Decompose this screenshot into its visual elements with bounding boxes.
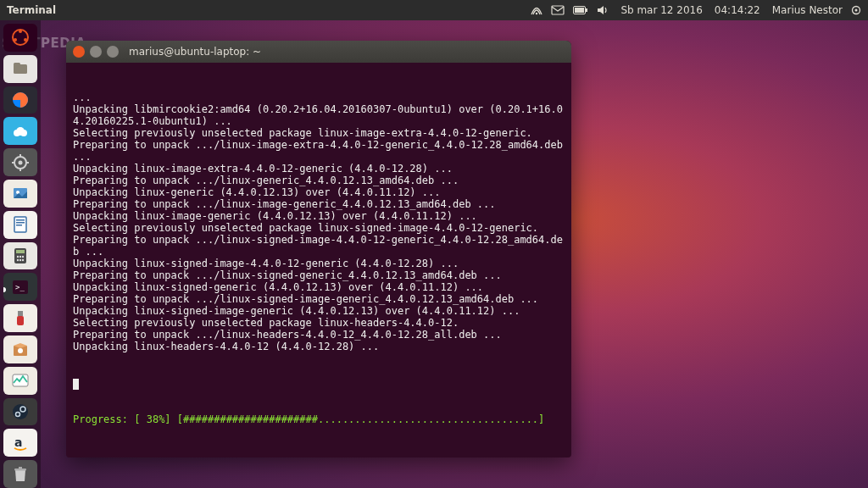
svg-text:a: a: [14, 435, 22, 449]
terminal-line: Unpacking linux-signed-image-generic (4.…: [73, 305, 565, 317]
svg-point-29: [22, 256, 24, 258]
usb-creator-icon[interactable]: [3, 304, 37, 332]
clock-time[interactable]: 04:14:22: [715, 4, 760, 16]
terminal-output[interactable]: ...Unpacking libmircookie2:amd64 (0.20.2…: [66, 63, 571, 458]
unity-launcher: >_ a: [0, 20, 41, 488]
mail-indicator[interactable]: [551, 5, 565, 15]
svg-rect-26: [16, 250, 25, 253]
svg-text:>_: >_: [15, 283, 25, 291]
terminal-line: Preparing to unpack .../linux-image-gene…: [73, 198, 565, 210]
photos-icon[interactable]: [3, 180, 37, 208]
calc-icon[interactable]: [3, 242, 37, 270]
terminal-window[interactable]: marius@ubuntu-laptop: ~ ...Unpacking lib…: [66, 41, 571, 458]
terminal-titlebar[interactable]: marius@ubuntu-laptop: ~: [66, 41, 571, 63]
svg-point-20: [16, 191, 19, 194]
terminal-line: Preparing to unpack .../linux-image-extr…: [73, 139, 565, 163]
top-menu-bar: Terminal Sb mar 12 2016 04:14:22 Marius …: [0, 0, 868, 20]
svg-rect-35: [18, 311, 23, 316]
svg-point-0: [536, 13, 537, 14]
clock-date[interactable]: Sb mar 12 2016: [620, 4, 702, 16]
svg-point-27: [17, 256, 19, 258]
dash-icon[interactable]: [3, 24, 37, 52]
terminal-line: Selecting previously unselected package …: [73, 317, 565, 329]
terminal-line: Unpacking libmircookie2:amd64 (0.20.2+16…: [73, 103, 565, 127]
svg-rect-45: [19, 467, 22, 469]
terminal-line: Preparing to unpack .../linux-signed-ima…: [73, 234, 565, 258]
svg-point-38: [18, 348, 23, 353]
terminal-line: Unpacking linux-signed-generic (4.4.0.12…: [73, 281, 565, 293]
svg-point-8: [19, 30, 22, 33]
window-minimize-button[interactable]: [90, 46, 102, 58]
terminal-line: Preparing to unpack .../linux-generic_4.…: [73, 175, 565, 186]
svg-rect-12: [14, 63, 20, 66]
terminal-line: Selecting previously unselected package …: [73, 222, 565, 234]
terminal-line: Unpacking linux-headers-4.4.0-12 (4.4.0-…: [73, 341, 565, 352]
active-app-title: Terminal: [7, 4, 56, 16]
svg-point-18: [19, 160, 23, 164]
svg-point-32: [22, 259, 24, 261]
software-icon[interactable]: [3, 336, 37, 363]
terminal-cursor: [73, 379, 79, 390]
system-monitor-icon[interactable]: [3, 367, 37, 395]
svg-rect-1: [552, 6, 564, 14]
terminal-line: Unpacking linux-generic (4.4.0.12.13) ov…: [73, 186, 565, 198]
terminal-line: Preparing to unpack .../linux-signed-gen…: [73, 269, 565, 281]
terminal-title: marius@ubuntu-laptop: ~: [129, 46, 261, 58]
svg-rect-4: [586, 8, 587, 12]
network-indicator[interactable]: [531, 5, 542, 15]
svg-point-30: [17, 259, 19, 261]
session-gear-icon[interactable]: [851, 5, 861, 15]
terminal-line: Preparing to unpack .../linux-headers-4.…: [73, 329, 565, 341]
svg-rect-44: [14, 469, 26, 471]
svg-point-9: [14, 38, 17, 42]
window-maximize-button[interactable]: [107, 46, 119, 58]
terminal-line: Preparing to unpack .../linux-signed-ima…: [73, 293, 565, 305]
terminal-icon[interactable]: >_: [3, 273, 37, 301]
amazon-icon[interactable]: a: [3, 429, 37, 457]
terminal-line: Selecting previously unselected package …: [73, 127, 565, 139]
svg-point-10: [24, 38, 27, 42]
terminal-line: Unpacking linux-image-generic (4.4.0.12.…: [73, 210, 565, 222]
svg-point-28: [19, 256, 21, 258]
battery-indicator[interactable]: [573, 6, 588, 14]
svg-point-16: [20, 130, 27, 136]
progress-bar: [######################.................…: [177, 413, 544, 425]
svg-point-40: [13, 404, 28, 419]
svg-point-15: [14, 130, 20, 136]
svg-point-6: [855, 9, 858, 12]
firefox-icon[interactable]: [3, 86, 37, 114]
svg-rect-22: [16, 219, 25, 221]
user-menu[interactable]: Marius Nestor: [772, 4, 843, 16]
terminal-line: ...: [73, 92, 565, 103]
settings-icon[interactable]: [3, 148, 37, 176]
terminal-line: Unpacking linux-signed-image-4.4.0-12-ge…: [73, 258, 565, 269]
writer-icon[interactable]: [3, 211, 37, 239]
svg-rect-24: [16, 225, 22, 226]
svg-rect-23: [16, 222, 25, 224]
weather-icon[interactable]: [3, 117, 37, 145]
volume-indicator[interactable]: [597, 5, 609, 15]
terminal-line: Unpacking linux-image-extra-4.4.0-12-gen…: [73, 163, 565, 175]
progress-label: Progress: [ 38%]: [73, 413, 171, 425]
files-icon[interactable]: [3, 55, 37, 83]
svg-rect-36: [17, 316, 24, 325]
trash-icon[interactable]: [3, 460, 37, 488]
window-close-button[interactable]: [73, 46, 85, 58]
steam-icon[interactable]: [3, 398, 37, 426]
svg-point-31: [19, 259, 21, 261]
svg-rect-3: [575, 8, 584, 13]
